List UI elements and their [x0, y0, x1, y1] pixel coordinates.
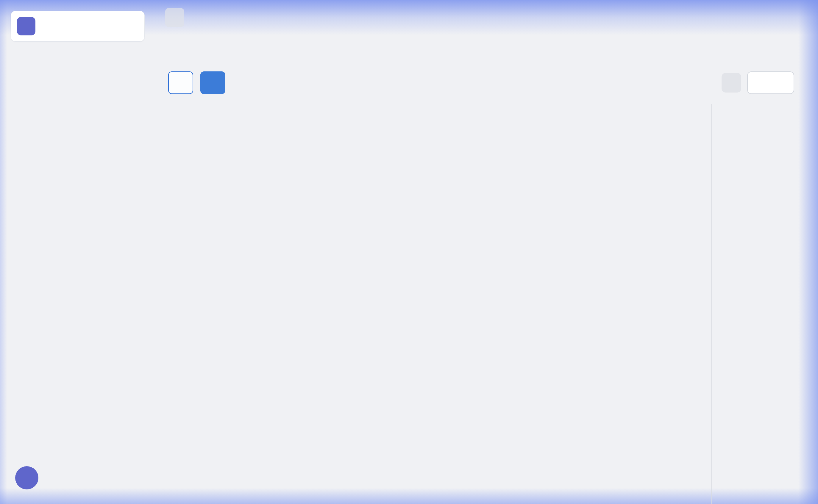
main-content [155, 0, 818, 504]
collapse-sidebar-button[interactable] [165, 8, 184, 27]
new-category-button[interactable] [200, 71, 225, 94]
page-number-field [747, 71, 794, 94]
sidebar-nav [0, 50, 155, 456]
table-header [155, 104, 818, 135]
page-number-input[interactable] [748, 77, 775, 88]
brand-selector[interactable] [11, 11, 145, 42]
actions-column-divider [711, 104, 712, 504]
brand-avatar [17, 17, 35, 35]
categories-table [155, 104, 818, 504]
breadcrumb-bar [155, 0, 818, 35]
toolbar [165, 71, 804, 95]
app-window [0, 0, 818, 504]
user-menu[interactable] [0, 456, 155, 504]
previous-page-button[interactable] [722, 73, 741, 93]
reorder-categories-button[interactable] [168, 71, 193, 94]
avatar [15, 466, 38, 489]
sidebar [0, 0, 155, 504]
